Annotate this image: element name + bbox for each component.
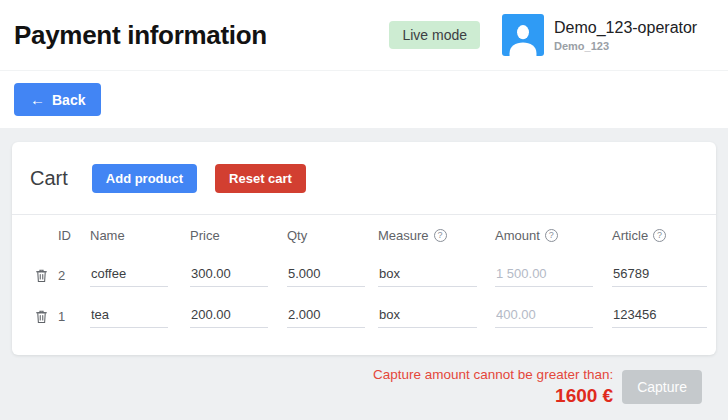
content-area: Cart Add product Reset cart ID Name Pric…: [0, 128, 728, 407]
back-bar: ← Back: [0, 70, 728, 128]
help-icon[interactable]: ?: [653, 229, 666, 242]
delete-row-button[interactable]: [25, 308, 58, 325]
table-row: 1: [12, 296, 716, 337]
column-qty: Qty: [287, 228, 378, 243]
price-field[interactable]: [190, 264, 268, 287]
column-id: ID: [58, 228, 90, 243]
column-price: Price: [190, 228, 287, 243]
user-block[interactable]: Demo_123-operator Demo_123: [554, 19, 714, 52]
name-field[interactable]: [90, 264, 168, 287]
live-mode-badge: Live mode: [389, 21, 480, 49]
user-avatar[interactable]: [502, 14, 544, 56]
app-header: Payment information Live mode Demo_123-o…: [0, 0, 728, 70]
column-name: Name: [90, 228, 190, 243]
row-id: 2: [58, 268, 90, 283]
cart-table-header: ID Name Price Qty Measure ? Amount ? Art…: [12, 215, 716, 255]
measure-field[interactable]: [378, 305, 477, 328]
column-article-label: Article: [612, 228, 648, 243]
cart-title: Cart: [30, 167, 68, 190]
measure-field[interactable]: [378, 264, 477, 287]
qty-field[interactable]: [287, 264, 365, 287]
cart-card: Cart Add product Reset cart ID Name Pric…: [12, 142, 716, 355]
name-field[interactable]: [90, 305, 168, 328]
table-row: 2: [12, 255, 716, 296]
column-measure: Measure ?: [378, 228, 495, 243]
column-amount: Amount ?: [495, 228, 612, 243]
back-button[interactable]: ← Back: [14, 83, 101, 116]
row-id: 1: [58, 309, 90, 324]
trash-icon: [34, 313, 49, 328]
user-account: Demo_123: [554, 40, 714, 52]
back-button-label: Back: [52, 92, 85, 108]
add-product-button[interactable]: Add product: [92, 164, 197, 193]
page-title: Payment information: [14, 20, 389, 51]
reset-cart-button[interactable]: Reset cart: [215, 164, 306, 193]
person-icon: [506, 22, 540, 56]
delete-row-button[interactable]: [25, 267, 58, 284]
user-name: Demo_123-operator: [554, 19, 714, 37]
cart-header: Cart Add product Reset cart: [12, 142, 716, 214]
capture-button[interactable]: Capture: [622, 370, 702, 404]
capture-footer: Capture amount cannot be greater than: 1…: [12, 355, 716, 407]
article-field[interactable]: [612, 264, 707, 287]
qty-field[interactable]: [287, 305, 365, 328]
help-icon[interactable]: ?: [434, 229, 447, 242]
price-field[interactable]: [190, 305, 268, 328]
amount-field: [495, 305, 593, 328]
capture-warning-amount: 1600 €: [373, 385, 613, 407]
capture-warning: Capture amount cannot be greater than: 1…: [373, 367, 613, 407]
column-measure-label: Measure: [378, 228, 429, 243]
back-arrow-icon: ←: [30, 91, 45, 108]
amount-field: [495, 264, 593, 287]
help-icon[interactable]: ?: [545, 229, 558, 242]
article-field[interactable]: [612, 305, 707, 328]
column-article: Article ?: [612, 228, 702, 243]
trash-icon: [34, 272, 49, 287]
column-amount-label: Amount: [495, 228, 540, 243]
capture-warning-text: Capture amount cannot be greater than:: [373, 367, 613, 382]
